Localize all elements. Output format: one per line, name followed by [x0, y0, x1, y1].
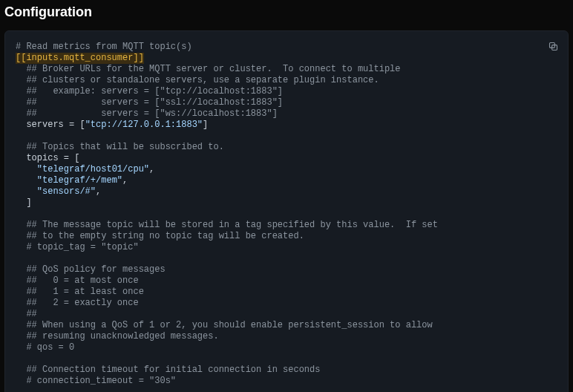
code-token: ## Topics that will be subscribed to.	[16, 142, 224, 152]
code-token: ,	[149, 164, 154, 174]
page-title: Configuration	[4, 4, 569, 20]
code-token: topics = [	[16, 153, 79, 163]
code-token: ]	[203, 120, 208, 130]
code-token: "sensors/#"	[37, 186, 96, 197]
code-token: # connection_timeout = "30s"	[16, 376, 176, 386]
code-token: ## When using a QoS of 1 or 2, you shoul…	[16, 320, 433, 330]
code-token: ## The message topic will be stored in a…	[16, 220, 438, 230]
code-token: # topic_tag = "topic"	[16, 242, 139, 252]
code-token: ## clusters or standalone servers, use a…	[16, 75, 379, 85]
code-token: ##	[16, 309, 37, 319]
code-token: "telegraf/+/mem"	[37, 175, 122, 186]
code-token: ## to the empty string no topic tag will…	[16, 231, 304, 241]
code-token: ]	[16, 197, 32, 208]
code-token: # Read metrics from MQTT topic(s)	[16, 42, 192, 52]
code-token: ## example: servers = ["tcp://localhost:…	[16, 86, 283, 97]
code-token: ## Connection timeout for initial connec…	[16, 365, 320, 375]
code-token: ,	[122, 175, 128, 186]
page: Configuration # Read metrics from MQTT t…	[0, 0, 573, 392]
code-token: ,	[96, 186, 101, 197]
code-token: ## QoS policy for messages	[16, 264, 166, 275]
code-token: # qos = 0	[16, 342, 74, 353]
code-token: ## servers = ["ssl://localhost:1883"]	[16, 97, 283, 108]
code-content: # Read metrics from MQTT topic(s) [[inpu…	[16, 42, 557, 387]
code-token: ## 2 = exactly once	[16, 298, 139, 308]
code-token	[16, 164, 37, 174]
code-token: "tcp://127.0.0.1:1883"	[85, 120, 203, 130]
code-token: ## servers = ["ws://localhost:1883"]	[16, 108, 278, 119]
code-token: "telegraf/host01/cpu"	[37, 164, 149, 174]
code-block: # Read metrics from MQTT topic(s) [[inpu…	[4, 30, 569, 392]
code-token: [[inputs.mqtt_consumer]]	[16, 53, 144, 64]
code-token: ## 1 = at least once	[16, 287, 144, 297]
code-token: ## Broker URLs for the MQTT server or cl…	[16, 64, 400, 74]
code-token: servers = [	[16, 120, 85, 130]
code-token: ## 0 = at most once	[16, 275, 139, 286]
code-token: ## resuming unacknowledged messages.	[16, 331, 219, 342]
code-token	[16, 175, 37, 186]
copy-icon	[548, 41, 559, 52]
code-token	[16, 186, 37, 197]
copy-button[interactable]	[544, 37, 562, 55]
